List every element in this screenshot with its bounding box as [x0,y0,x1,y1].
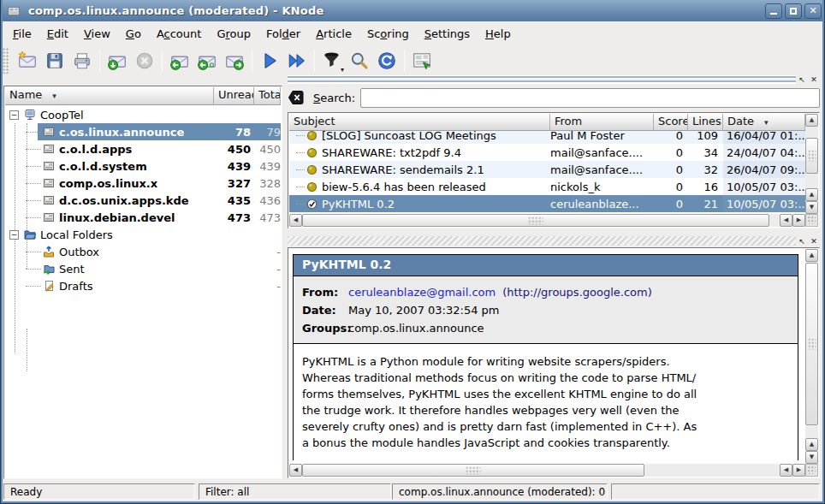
scroll-up-icon[interactable]: ▲ [805,249,818,262]
menu-group[interactable]: Group [209,25,258,43]
unread-article-icon [306,130,318,141]
scroll-thumb[interactable] [302,214,769,227]
expander-minus-icon[interactable]: − [9,110,19,120]
group-row-sent[interactable]: Sent- [5,260,281,277]
post-new-article-icon[interactable] [15,48,40,74]
forward-icon[interactable] [222,48,247,74]
menu-bar: FileEditViewGoAccountGroupFolderArticleS… [0,22,825,44]
scroll-up-icon[interactable]: ▲ [805,438,818,451]
clear-search-icon[interactable] [288,89,306,106]
group-row-cooptel[interactable]: −CoopTel [5,106,281,123]
group-label: CoopTel [40,109,87,122]
get-new-articles-icon[interactable] [104,48,130,74]
dock-handle[interactable]: ↖ ✕ [288,75,820,84]
column-header-score[interactable]: Score [654,114,688,131]
float-dock-icon[interactable]: ↖ [796,74,808,85]
total-count: 79 [255,126,281,139]
group-row-outbox[interactable]: Outbox- [5,243,281,260]
column-header-total[interactable]: Total [254,87,281,105]
body-text-line: a bonus the module handles JavaScript an… [302,436,789,453]
group-row-comp-os-linux-x[interactable]: comp.os.linux.x327328 [5,175,281,192]
next-unread-article-icon[interactable] [257,48,282,74]
refresh-icon[interactable] [374,48,400,74]
scroll-up-icon[interactable]: ▲ [805,188,818,201]
menu-folder[interactable]: Folder [258,25,308,43]
toolbar-separator [404,50,405,72]
scroll-left-icon[interactable]: ◀ [289,464,302,477]
expander-minus-icon[interactable]: − [9,230,19,240]
scroll-right-icon[interactable]: ▶ [792,214,805,227]
scroll-thumb[interactable] [302,464,644,477]
article-list-vscrollbar[interactable]: ▲ ▲ ▼ [805,114,818,214]
next-unread-thread-icon[interactable] [284,48,310,74]
menu-account[interactable]: Account [149,25,210,43]
article-row[interactable]: PyKHTML 0.2ceruleanblaze...02110/05/07 0… [289,195,805,212]
reply-mail-icon[interactable] [194,48,220,74]
menu-view[interactable]: View [76,25,118,43]
filter-icon[interactable]: ▾ [319,48,345,74]
stop-network-icon[interactable] [132,48,157,74]
group-label: c.o.l.d.apps [59,143,135,156]
float-dock-icon[interactable]: ↖ [796,236,808,246]
scroll-thumb[interactable] [805,138,818,174]
article-row[interactable]: SHAREWARE: txt2pdf 9.4mail@sanface....03… [289,144,805,161]
close-dock-icon[interactable]: ✕ [808,236,820,246]
group-row-c-os-linux-announce[interactable]: c.os.linux.announce7879 [5,123,281,140]
save-icon[interactable] [42,48,68,74]
scroll-left-icon[interactable]: ◀ [780,464,792,477]
scroll-down-icon[interactable]: ▼ [805,201,818,214]
viewer-hscrollbar[interactable]: ◀ ◀ ▶ [289,464,805,477]
column-header-name[interactable]: Name▾ [5,87,214,105]
scroll-left-icon[interactable]: ◀ [289,214,302,227]
column-header-date[interactable]: Date▾ [723,114,805,131]
title-bar[interactable]: comp.os.linux.announce (moderated) - KNo… [0,0,825,21]
newsgroup-icon [43,194,56,206]
viewer-vscrollbar[interactable]: ▲ ▲ ▼ [805,249,818,464]
article-from: mail@sanface.... [550,161,654,178]
group-row-linux-debian-devel[interactable]: linux.debian.devel473473 [5,209,281,226]
menu-file[interactable]: File [5,25,39,43]
maximize-icon[interactable] [785,3,802,19]
dock-handle[interactable]: ↖ ✕ [288,236,820,246]
scroll-up-icon[interactable]: ▲ [805,114,818,127]
article-row[interactable]: biew-5.6.4 has been releasednickols_k016… [289,178,805,195]
from-email-link[interactable]: ceruleanblaze@gmail.com [348,283,496,301]
menu-scoring[interactable]: Scoring [359,25,417,43]
search-articles-icon[interactable] [347,48,372,74]
article-score: 0 [654,161,688,178]
group-row-d-c-os-unix-apps-kde[interactable]: d.c.os.unix.apps.kde435436 [5,192,281,209]
column-header-subject[interactable]: Subject [289,114,550,131]
column-header-from[interactable]: From [550,114,654,131]
scroll-thumb[interactable] [805,263,818,425]
menu-go[interactable]: Go [118,25,149,43]
menu-settings[interactable]: Settings [417,25,478,43]
column-header-unread[interactable]: Unread [214,87,254,105]
menu-edit[interactable]: Edit [39,25,76,43]
toolbar-grip[interactable] [3,48,9,74]
close-dock-icon[interactable]: ✕ [808,74,820,85]
menu-article[interactable]: Article [308,25,359,43]
close-icon[interactable]: ✕ [804,3,822,19]
menu-help[interactable]: Help [478,25,519,43]
column-header-lines[interactable]: Lines [688,114,723,131]
post-followup-icon[interactable] [167,48,193,74]
scroll-left-icon[interactable]: ◀ [780,214,792,227]
article-list-hscrollbar[interactable]: ◀ ◀ ▶ [289,214,805,227]
search-input[interactable] [360,88,820,108]
unread-count: 435 [215,194,251,207]
print-icon[interactable] [69,48,95,74]
from-url-link[interactable]: (http://groups.google.com) [502,283,652,301]
minimize-icon[interactable] [765,3,782,19]
find-newsgroups-icon[interactable] [409,48,435,74]
unread-count: 450 [215,143,251,156]
group-row-drafts[interactable]: Drafts- [5,277,281,294]
scroll-down-icon[interactable]: ▼ [805,451,818,464]
unread-article-icon [306,181,318,193]
group-row-c-o-l-d-apps[interactable]: c.o.l.d.apps450450 [5,140,281,157]
article-row[interactable]: SHAREWARE: sendemails 2.1mail@sanface...… [289,161,805,178]
scroll-right-icon[interactable]: ▶ [792,464,805,477]
article-subject: PyKHTML 0.2 [322,198,395,210]
tree-branch-line [26,217,41,218]
group-row-local-folders[interactable]: −Local Folders [5,226,281,243]
group-row-c-o-l-d-system[interactable]: c.o.l.d.system439439 [5,157,281,175]
